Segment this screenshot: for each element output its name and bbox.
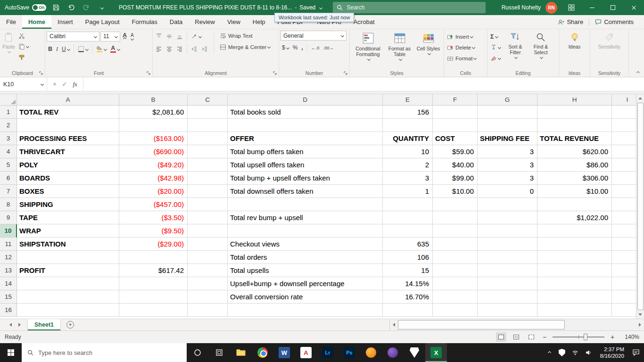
taskbar-clock[interactable]: 2:37 PM 8/16/2020 — [596, 346, 628, 359]
horizontal-scrollbar[interactable] — [389, 319, 644, 330]
cell-H13[interactable] — [537, 264, 612, 277]
row-header-4[interactable]: 4 — [0, 145, 17, 158]
font-size-select[interactable]: 11 — [100, 32, 120, 41]
tab-review[interactable]: Review — [189, 15, 221, 29]
sort-filter-button[interactable]: Sort & Filter — [503, 31, 528, 69]
sheet-tab-sheet1[interactable]: Sheet1 — [27, 319, 61, 330]
row-header-15[interactable]: 15 — [0, 290, 17, 304]
cell-G12[interactable] — [478, 251, 537, 264]
cell-B10[interactable]: ($9.50) — [119, 224, 188, 238]
customize-qat-button[interactable] — [96, 2, 107, 13]
sensitivity-button[interactable]: Sensitivity — [597, 31, 621, 69]
cell-A11[interactable]: SHIPSTATION — [17, 238, 119, 251]
minimize-button[interactable] — [582, 0, 603, 15]
cell-G4[interactable]: 3 — [478, 145, 537, 158]
cell-C7[interactable] — [188, 185, 228, 198]
cell-B6[interactable]: ($42.98) — [119, 172, 188, 185]
cell-D7[interactable]: Total downsell offers taken — [228, 185, 383, 198]
autosave-toggle[interactable]: AutoSave On — [5, 4, 46, 11]
row-header-14[interactable]: 14 — [0, 277, 17, 290]
cell-B8[interactable]: ($457.00) — [119, 198, 188, 211]
row-header-16[interactable]: 16 — [0, 304, 17, 317]
purple-app-button[interactable] — [382, 343, 404, 362]
cell-E11[interactable]: 635 — [383, 238, 433, 251]
cell-A16[interactable] — [17, 304, 119, 317]
cell-D13[interactable]: Total upsells — [228, 264, 383, 277]
cell-F15[interactable] — [433, 290, 478, 304]
borders-button[interactable] — [76, 44, 90, 54]
cell-G6[interactable]: 3 — [478, 172, 537, 185]
cell-styles-button[interactable]: Cell Styles — [415, 31, 442, 69]
cell-D16[interactable] — [228, 304, 383, 317]
cell-H11[interactable] — [537, 238, 612, 251]
orange-app-button[interactable] — [360, 343, 382, 362]
cell-H15[interactable] — [537, 290, 612, 304]
cell-C6[interactable] — [188, 172, 228, 185]
cell-B7[interactable]: ($20.00) — [119, 185, 188, 198]
tab-file[interactable]: File — [0, 15, 22, 29]
clipboard-dialog-launcher[interactable] — [39, 71, 43, 75]
column-header-B[interactable]: B — [119, 94, 188, 106]
cell-C15[interactable] — [188, 290, 228, 304]
cell-A6[interactable]: BOARDS — [17, 172, 119, 185]
defender-shield-icon[interactable] — [557, 346, 567, 360]
cell-F11[interactable] — [433, 238, 478, 251]
cell-D10[interactable] — [228, 224, 383, 238]
zoom-slider-thumb[interactable] — [584, 334, 587, 340]
cell-F1[interactable] — [433, 106, 478, 119]
cell-G13[interactable] — [478, 264, 537, 277]
cell-D9[interactable]: Total rev bump + upsell — [228, 211, 383, 224]
new-sheet-button[interactable]: + — [66, 321, 74, 329]
number-dialog-launcher[interactable] — [343, 71, 348, 75]
volume-icon[interactable] — [583, 346, 594, 360]
cell-E7[interactable]: 1 — [383, 185, 433, 198]
cell-D2[interactable] — [228, 119, 383, 132]
find-select-button[interactable]: Find & Select — [528, 31, 553, 69]
copy-button[interactable] — [17, 41, 30, 51]
format-as-table-button[interactable]: Format as Table — [385, 31, 414, 69]
cell-H16[interactable] — [537, 304, 612, 317]
bottom-align-button[interactable] — [175, 32, 184, 41]
paste-button[interactable]: Paste — [1, 31, 16, 69]
cell-H6[interactable]: $306.00 — [537, 172, 612, 185]
start-button[interactable] — [0, 343, 22, 362]
cell-D15[interactable]: Overall conversion rate — [228, 290, 383, 304]
collapse-ribbon-button[interactable] — [636, 71, 640, 74]
chrome-button[interactable] — [252, 343, 273, 362]
taskbar-search-box[interactable] — [22, 343, 187, 362]
cell-C10[interactable] — [188, 224, 228, 238]
cell-G3[interactable]: SHIPPING FEE — [478, 132, 537, 145]
cell-H1[interactable] — [537, 106, 612, 119]
row-header-8[interactable]: 8 — [0, 198, 17, 211]
cell-E2[interactable] — [383, 119, 433, 132]
cell-H4[interactable]: $620.00 — [537, 145, 612, 158]
font-color-button[interactable]: A — [109, 44, 121, 54]
cell-H12[interactable] — [537, 251, 612, 264]
acrobat-button[interactable]: A — [295, 343, 317, 362]
row-header-9[interactable]: 9 — [0, 211, 17, 224]
column-header-D[interactable]: D — [228, 94, 383, 106]
cell-E14[interactable]: 14.15% — [383, 277, 433, 290]
scroll-down-button[interactable] — [636, 311, 644, 319]
tab-home[interactable]: Home — [22, 15, 51, 29]
orientation-button[interactable] — [190, 32, 203, 41]
cell-G1[interactable] — [478, 106, 537, 119]
cell-C16[interactable] — [188, 304, 228, 317]
cell-G10[interactable] — [478, 224, 537, 238]
cell-E12[interactable]: 106 — [383, 251, 433, 264]
vertical-scroll-thumb[interactable] — [637, 103, 644, 310]
cell-A10[interactable]: WRAP — [17, 224, 119, 238]
cell-E8[interactable] — [383, 198, 433, 211]
cell-B14[interactable] — [119, 277, 188, 290]
horizontal-scroll-thumb[interactable] — [398, 320, 565, 329]
row-header-10[interactable]: 10 — [0, 224, 17, 238]
cell-E3[interactable]: QUANTITY — [383, 132, 433, 145]
select-all-button[interactable] — [0, 94, 17, 106]
cell-C9[interactable] — [188, 211, 228, 224]
taskbar-search-input[interactable] — [38, 349, 181, 356]
cell-B13[interactable]: $617.42 — [119, 264, 188, 277]
conditional-formatting-button[interactable]: Conditional Formatting — [352, 31, 384, 69]
cell-D4[interactable]: Total bump offers taken — [228, 145, 383, 158]
cell-A4[interactable]: THRIVECART — [17, 145, 119, 158]
cell-G7[interactable]: 0 — [478, 185, 537, 198]
